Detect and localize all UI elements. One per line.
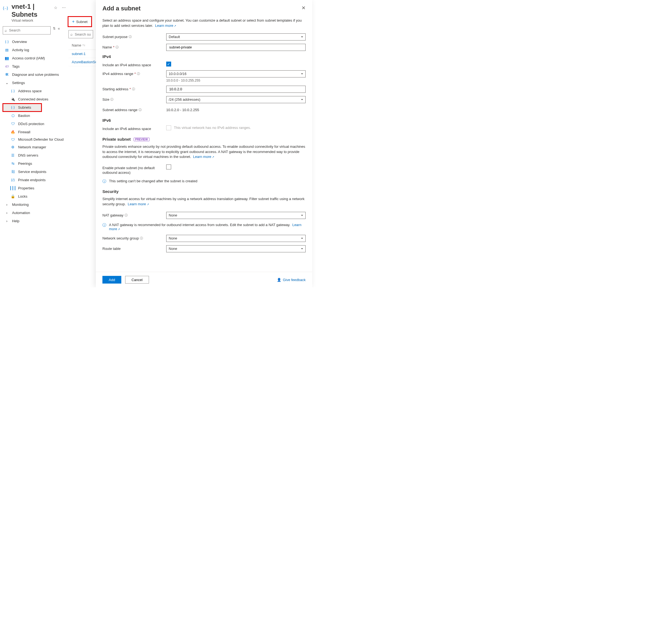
chevron-right-icon: › [4,203,9,207]
chevron-down-icon [301,99,303,101]
tags-icon: 🏷 [4,64,9,69]
nav-item-label: Private endpoints [18,178,46,182]
favorite-icon[interactable]: ☆ [54,5,58,10]
name-input-wrapper [166,44,306,51]
chevron-right-icon: › [4,219,9,223]
info-icon[interactable]: ⓘ [124,213,128,217]
purpose-label: Subnet purpose [102,35,128,39]
subnets-icon: ⟨·⟩ [10,105,15,109]
nav-automation-expander[interactable]: › Automation [3,209,66,217]
preview-badge: PREVIEW [134,138,150,141]
nav-item-label: Microsoft Defender for Cloud [18,137,64,142]
nav-help-expander[interactable]: › Help [3,217,66,225]
nav-item-label: Bastion [18,114,30,118]
purpose-select[interactable]: Default [166,33,306,40]
nav-diagnose[interactable]: 🛠 Diagnose and solve problems [3,71,66,79]
nav-address-space[interactable]: ⟨·⟩ Address space [3,87,66,95]
nav-service-endpoints[interactable]: ⛓ Service endpoints [3,168,66,176]
name-input[interactable] [169,45,303,49]
nav-tags[interactable]: 🏷 Tags [3,63,66,71]
svg-text:⟨··⟩: ⟨··⟩ [3,6,8,10]
chevron-right-icon: › [4,211,9,215]
devices-icon: 🔌 [10,97,15,101]
firewall-icon: 🔥 [10,130,15,134]
private-enable-checkbox[interactable] [166,165,171,170]
ipv4-range-value: 10.0.0.0/16 [169,72,186,76]
nav-item-label: Subnets [18,105,31,109]
add-button[interactable]: Add [102,276,121,284]
chevron-down-icon [301,36,303,38]
table-row[interactable]: subnet-1 [69,50,96,58]
subnet-search[interactable]: ⌕ [69,30,93,38]
learn-more-link[interactable]: Learn more [128,202,149,206]
nav-item-label: Settings [12,81,25,85]
activity-log-icon: ▤ [4,48,9,52]
info-icon[interactable]: ⓘ [110,97,113,102]
cancel-button[interactable]: Cancel [125,276,149,284]
nav-search-input[interactable] [8,28,56,32]
info-icon[interactable]: ⓘ [139,108,142,112]
nav-properties[interactable]: ┃┃┃ Properties [3,184,66,192]
nav-iam[interactable]: 👥 Access control (IAM) [3,54,66,63]
ipv4-include-checkbox[interactable]: ✓ [166,62,171,67]
nav-search[interactable]: ⌕ [3,26,51,34]
nav-connected-devices[interactable]: 🔌 Connected devices [3,95,66,103]
nav-item-label: Service endpoints [18,170,46,174]
learn-more-link[interactable]: Learn more [155,23,176,28]
properties-icon: ┃┃┃ [10,186,15,190]
collapse-nav-icon[interactable]: « [58,26,60,31]
col-name-label: Name [72,43,81,47]
nav-locks[interactable]: 🔒 Locks [3,192,66,200]
add-subnet-button[interactable]: + Subnet [69,18,90,25]
security-heading: Security [102,189,306,194]
private-enable-label: Enable private subnet (no default outbou… [102,166,166,175]
info-icon[interactable]: ⓘ [137,72,140,76]
info-icon[interactable]: ⓘ [115,45,118,49]
nav-ddos[interactable]: 🛡 DDoS protection [3,120,66,128]
nav-private-endpoints[interactable]: ⟨/⟩ Private endpoints [3,176,66,184]
nav-item-label: Peerings [18,162,32,166]
name-label: Name [102,45,112,49]
ipv4-include-label: Include an IPv4 address space [102,63,151,67]
nav-item-label: Connected devices [18,97,49,101]
locks-icon: 🔒 [10,194,15,198]
route-select[interactable]: None [166,245,306,252]
desc-text: Select an address space and configure yo… [102,18,302,28]
nav-bastion[interactable]: ⬡ Bastion [3,112,66,120]
more-icon[interactable]: ⋯ [62,5,66,10]
give-feedback-link[interactable]: 👤 Give feedback [277,278,306,282]
nav-dns[interactable]: ☰ DNS servers [3,151,66,159]
nat-select[interactable]: None [166,212,306,219]
start-input[interactable] [169,87,303,91]
subnet-search-input[interactable] [74,32,91,37]
nav-firewall[interactable]: 🔥 Firewall [3,128,66,136]
chevron-down-icon [301,248,303,250]
nav-network-manager[interactable]: ⚙ Network manager [3,143,66,151]
nav-subnets[interactable]: ⟨·⟩ Subnets [3,103,41,112]
nav-settings-expander[interactable]: ⌄ Settings [3,79,66,87]
ipv4-range-select[interactable]: 10.0.0.0/16 [166,70,306,78]
route-label: Route table [102,246,121,251]
nsg-select[interactable]: None [166,235,306,242]
size-select[interactable]: /24 (256 addresses) [166,96,306,103]
nav-defender[interactable]: 🛡 Microsoft Defender for Cloud [3,136,66,143]
nav-item-label: Properties [18,186,34,190]
subnet-range-value: 10.0.2.0 - 10.0.2.255 [166,108,199,112]
info-icon[interactable]: ⓘ [132,87,135,91]
info-icon[interactable]: ⓘ [140,236,143,240]
private-info-box: ⓘ This setting can't be changed after th… [102,179,306,183]
table-header[interactable]: Name ↑↓ [69,41,96,50]
info-icon[interactable]: ⓘ [129,35,132,39]
purpose-value: Default [169,35,180,39]
nat-value: None [169,213,177,217]
nav-overview[interactable]: ⟨·⟩ Overview [3,38,66,46]
learn-more-link[interactable]: Learn more [193,154,214,159]
nav-peerings[interactable]: ⇆ Peerings [3,159,66,168]
nav-monitoring-expander[interactable]: › Monitoring [3,200,66,209]
nav-activity-log[interactable]: ▤ Activity log [3,46,66,54]
close-icon[interactable]: ✕ [302,5,306,11]
expand-collapse-icon[interactable]: ⇅ [53,26,56,30]
nsg-label: Network security group [102,236,139,240]
info-icon: ⓘ [102,223,106,227]
table-row[interactable]: AzureBastionSubnet [69,58,96,66]
